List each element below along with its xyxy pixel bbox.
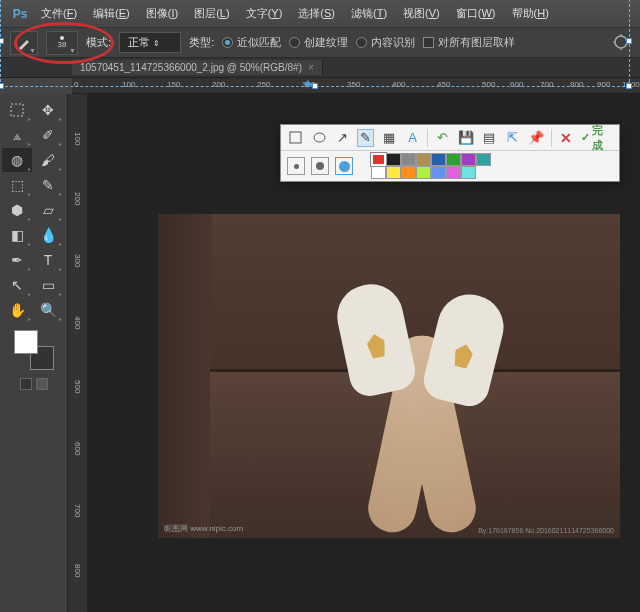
done-button[interactable]: ✓完成 [581,123,613,153]
color-green[interactable] [446,153,461,166]
text-annot-icon[interactable]: A [404,129,421,147]
save-icon[interactable]: 💾 [457,129,474,147]
foreground-color[interactable] [14,330,38,354]
shape-ellipse-icon[interactable] [310,129,327,147]
watermark-right: By:176197856 No.20160211114725366000 [478,527,614,534]
svg-point-3 [314,133,325,142]
mode-select[interactable]: 正常 ⇕ [119,32,181,53]
document-tab-bar: 10570451_114725366000_2.jpg @ 50%(RGB/8#… [0,58,640,78]
radio-proximity[interactable]: 近似匹配 [222,35,281,50]
color-gray[interactable] [401,153,416,166]
size-large[interactable] [335,157,353,175]
document-tab[interactable]: 10570451_114725366000_2.jpg @ 50%(RGB/8#… [72,60,323,75]
crop-tool[interactable]: ⟁▸ [2,123,32,147]
radio-content-aware[interactable]: 内容识别 [356,35,415,50]
options-bar: ▼ 38 ▼ 模式: 正常 ⇕ 类型: 近似匹配 创建纹理 内容识别 对所有图层… [0,28,640,58]
color-red[interactable] [371,153,386,166]
menu-help[interactable]: 帮助(H) [505,2,556,25]
eyedropper-tool[interactable]: ✐▸ [33,123,63,147]
gradient-tool[interactable]: ◧▸ [2,223,32,247]
color-palette [371,153,521,179]
blur-tool[interactable]: 💧▸ [33,223,63,247]
color-olive[interactable] [416,153,431,166]
radio-texture[interactable]: 创建纹理 [289,35,348,50]
share-icon[interactable]: ⇱ [504,129,521,147]
svg-rect-2 [290,132,301,143]
watermark-left: 昵图网 www.nipic.com [164,523,243,534]
color-cyan[interactable] [461,166,476,179]
close-tab-icon[interactable]: × [308,62,314,73]
menu-view[interactable]: 视图(V) [396,2,447,25]
toolbox: ▸ ✥▸ ⟁▸ ✐▸ ◍▸ 🖌▸ ⬚▸ ✎▸ ⬢▸ ▱▸ ◧▸ 💧▸ ✒▸ T▸… [0,94,68,612]
color-purple[interactable] [461,153,476,166]
zoom-tool[interactable]: 🔍▸ [33,298,63,322]
color-skyblue[interactable] [431,166,446,179]
arrow-icon[interactable]: ↗ [334,129,351,147]
menu-bar: Ps 文件(F) 编辑(E) 图像(I) 图层(L) 文字(Y) 选择(S) 滤… [0,0,640,28]
pencil-annot-icon[interactable]: ✎ [357,129,374,147]
menu-filter[interactable]: 滤镜(T) [344,2,394,25]
pin-icon[interactable]: 📌 [527,129,544,147]
brush-tool[interactable]: 🖌▸ [33,148,63,172]
document-canvas[interactable]: 昵图网 www.nipic.com By:176197856 No.201602… [158,214,620,538]
clone-stamp-tool[interactable]: ⬢▸ [2,198,32,222]
patch-tool[interactable]: ⬚▸ [2,173,32,197]
hand-tool[interactable]: ✋▸ [2,298,32,322]
open-icon[interactable]: ▤ [481,129,498,147]
color-black[interactable] [386,153,401,166]
pencil-tool[interactable]: ✎▸ [33,173,63,197]
tool-preset-picker[interactable]: ▼ [10,31,38,55]
menu-file[interactable]: 文件(F) [34,2,84,25]
size-med[interactable] [311,157,329,175]
shape-tool[interactable]: ▭▸ [33,273,63,297]
brush-size-label: 38 [58,40,67,49]
type-tool[interactable]: T▸ [33,248,63,272]
menu-select[interactable]: 选择(S) [291,2,342,25]
color-magenta[interactable] [446,166,461,179]
svg-rect-1 [11,104,23,116]
color-white[interactable] [371,166,386,179]
color-orange[interactable] [401,166,416,179]
ruler-vertical[interactable]: 100 200 300 400 500 600 700 800 [72,94,88,612]
annotation-toolbar: ↗ ✎ ▦ A ↶ 💾 ▤ ⇱ 📌 ✕ ✓完成 [280,124,620,182]
quickmask-icon[interactable] [20,378,32,390]
color-yellow[interactable] [386,166,401,179]
move-tool[interactable]: ✥▸ [33,98,63,122]
healing-brush-tool[interactable]: ◍▸ [2,148,32,172]
mosaic-icon[interactable]: ▦ [380,129,397,147]
menu-edit[interactable]: 编辑(E) [86,2,137,25]
color-swatch[interactable] [14,330,54,370]
brush-preset-picker[interactable]: 38 ▼ [46,31,78,55]
pen-tool[interactable]: ✒▸ [2,248,32,272]
path-select-tool[interactable]: ↖▸ [2,273,32,297]
type-label: 类型: [189,35,214,50]
ruler-horizontal[interactable]: 0 100 150 200 250 300 350 400 450 500 60… [72,78,640,94]
mode-label: 模式: [86,35,111,50]
eraser-tool[interactable]: ▱▸ [33,198,63,222]
cancel-icon[interactable]: ✕ [558,129,575,147]
color-lime[interactable] [416,166,431,179]
size-small[interactable] [287,157,305,175]
screenmode-icon[interactable] [36,378,48,390]
menu-layer[interactable]: 图层(L) [187,2,236,25]
menu-type[interactable]: 文字(Y) [239,2,290,25]
color-blue[interactable] [431,153,446,166]
sample-all-layers-checkbox[interactable]: 对所有图层取样 [423,35,515,50]
menu-window[interactable]: 窗口(W) [449,2,503,25]
pressure-icon[interactable] [612,33,632,53]
menu-image[interactable]: 图像(I) [139,2,185,25]
cursor-marker-icon: ✦ [302,76,314,92]
color-teal[interactable] [476,153,491,166]
undo-icon[interactable]: ↶ [434,129,451,147]
app-logo-icon: Ps [8,4,32,24]
svg-point-0 [615,36,627,48]
marquee-tool[interactable]: ▸ [2,98,32,122]
shape-rect-icon[interactable] [287,129,304,147]
